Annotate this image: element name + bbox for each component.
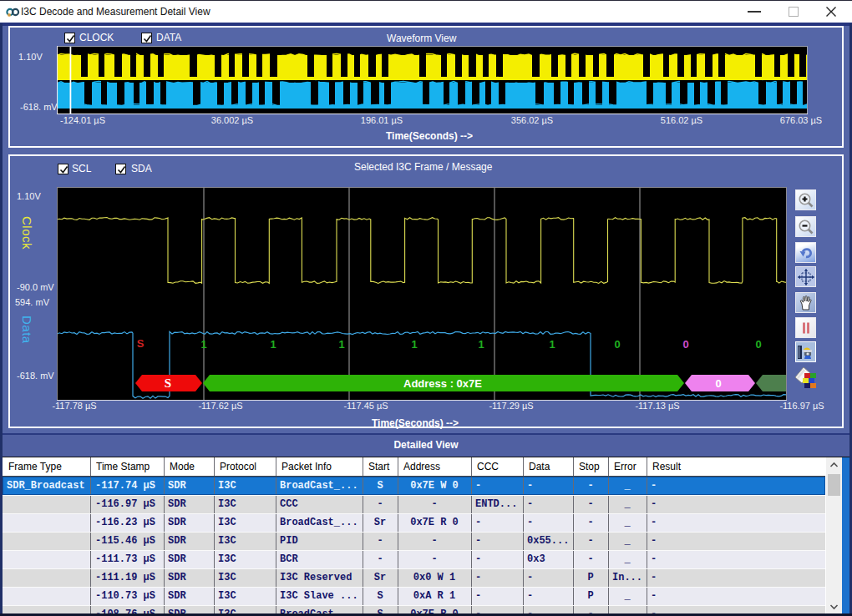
svg-text:1: 1 (549, 338, 555, 351)
svg-text:1: 1 (411, 338, 417, 351)
svg-text:S: S (137, 337, 145, 350)
svg-text:S: S (165, 376, 171, 390)
svg-text:Address : 0x7E: Address : 0x7E (403, 377, 482, 390)
svg-text:1: 1 (338, 338, 344, 351)
svg-text:0: 0 (682, 338, 688, 351)
svg-text:0: 0 (715, 377, 721, 390)
svg-text:1: 1 (200, 338, 206, 351)
svg-text:0: 0 (755, 338, 761, 351)
svg-text:0: 0 (614, 338, 620, 351)
svg-text:1: 1 (270, 338, 276, 351)
svg-text:1: 1 (478, 338, 484, 351)
